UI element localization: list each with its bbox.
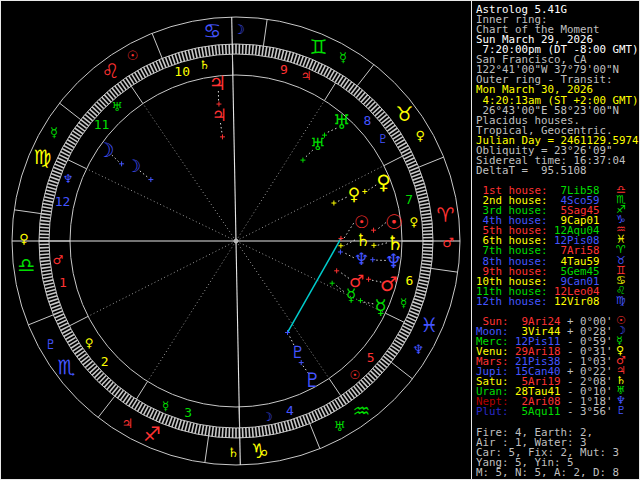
degree-tick [162, 58, 166, 67]
degree-tick [198, 425, 200, 435]
degree-tick [50, 177, 59, 180]
sign-ruler-icon-capricorn: ♄ [227, 445, 239, 460]
chart-wheel: ♈♂♉♀♊☿♋☽♌☉♍☿♎♀♏♇♐♃♑♄♒♅♓♆1♂2♀3☿4☽5☉6☿7♀8♇… [1, 1, 471, 480]
house-ruler-icon-4: ☽ [262, 410, 273, 424]
degree-tick [422, 261, 432, 262]
sign-ruler-icon-taurus: ♀ [415, 128, 425, 143]
house-number-12: 12 [55, 194, 71, 209]
degree-tick [40, 257, 50, 258]
position-dot-uranus [300, 158, 305, 163]
degree-tick [256, 45, 257, 55]
house-ruler-icon-3: ☿ [162, 399, 169, 413]
degree-tick [188, 422, 190, 432]
planet-glyph-outer-moon: ☽ [96, 138, 114, 162]
cusp-line-5 [238, 244, 329, 378]
degree-tick [175, 54, 178, 64]
degree-tick [409, 167, 418, 171]
degree-tick [212, 427, 213, 437]
degree-tick [39, 231, 49, 232]
house-band-divider [68, 160, 87, 169]
degree-tick [162, 414, 166, 423]
degree-tick [423, 251, 433, 252]
degree-tick [421, 210, 431, 212]
sign-glyph-aries: ♈ [436, 203, 454, 227]
sign-glyph-virgo: ♍ [34, 145, 52, 169]
position-dot-moon [119, 161, 124, 166]
degree-tick [44, 197, 54, 199]
degree-tick [246, 428, 247, 438]
degree-tick [165, 57, 169, 66]
sign-divider [205, 436, 209, 463]
degree-tick [249, 428, 250, 438]
degree-tick [416, 293, 426, 296]
planet-row-pluto: Plut: 5Aqu11 - 3°56'♇ [476, 407, 636, 417]
degree-tick [47, 187, 57, 190]
position-dot-mercury [330, 281, 335, 286]
degree-tick [219, 45, 220, 55]
degree-tick [252, 45, 253, 55]
house-number-4: 4 [286, 403, 294, 418]
degree-tick [53, 311, 62, 315]
degree-tick [422, 217, 432, 218]
degree-tick [198, 48, 200, 58]
degree-tick [413, 302, 422, 305]
degree-tick [188, 50, 190, 60]
degree-tick [45, 193, 55, 195]
connector-venus [337, 197, 347, 202]
degree-tick [252, 427, 253, 437]
sign-glyph-libra: ♎ [17, 253, 35, 277]
planet-glyph-outer-neptune: ♆ [385, 249, 403, 273]
degree-tick [209, 426, 210, 436]
degree-tick [268, 47, 270, 57]
degree-tick [40, 217, 50, 218]
position-dot-neptune [370, 257, 375, 262]
degree-tick [209, 46, 210, 56]
degree-tick [414, 299, 424, 302]
degree-tick [49, 299, 59, 302]
connector-mercury [335, 284, 344, 291]
degree-tick [182, 421, 185, 431]
degree-tick [219, 427, 220, 437]
degree-tick [39, 227, 49, 228]
planet-glyph-outer-mercury: ☿ [374, 295, 386, 319]
house-band-divider [329, 378, 341, 395]
degree-tick [42, 207, 52, 209]
degree-tick [422, 257, 432, 258]
degree-tick [306, 58, 310, 67]
degree-tick [300, 417, 303, 426]
degree-tick [272, 425, 274, 435]
degree-tick [291, 420, 294, 430]
degree-tick [284, 51, 287, 61]
sign-divider [391, 362, 412, 379]
degree-tick [417, 190, 427, 193]
degree-tick [275, 424, 277, 434]
position-dot-neptune [338, 249, 343, 254]
degree-tick [178, 420, 181, 430]
degree-tick [303, 416, 307, 425]
degree-tick [205, 426, 207, 436]
degree-tick [420, 207, 430, 209]
degree-tick [281, 422, 283, 432]
degree-tick [205, 46, 207, 56]
degree-tick [39, 251, 49, 252]
degree-tick [42, 273, 52, 275]
degree-tick [297, 55, 300, 64]
planet-row-pluto-text-0: Plut: [476, 405, 509, 418]
degree-tick [420, 277, 430, 279]
degree-tick [420, 273, 430, 275]
degree-tick [40, 220, 50, 221]
sign-ruler-icon-aquarius: ♅ [334, 419, 346, 434]
hemisphere-counts: M: 5, N: 5, A: 2, D: 8 [476, 468, 636, 478]
sign-divider [263, 19, 267, 46]
sign-glyph-pisces: ♓ [421, 313, 439, 337]
house-number-2: 2 [101, 354, 109, 369]
degree-tick [43, 280, 53, 282]
house-ruler-icon-9: ♃ [301, 69, 312, 83]
degree-tick [300, 56, 303, 65]
degree-tick [215, 427, 216, 437]
sign-ruler-icon-aries: ♂ [442, 235, 454, 250]
degree-tick [275, 48, 277, 58]
degree-tick [262, 46, 263, 56]
sign-divider [357, 64, 374, 85]
degree-tick [306, 414, 310, 423]
